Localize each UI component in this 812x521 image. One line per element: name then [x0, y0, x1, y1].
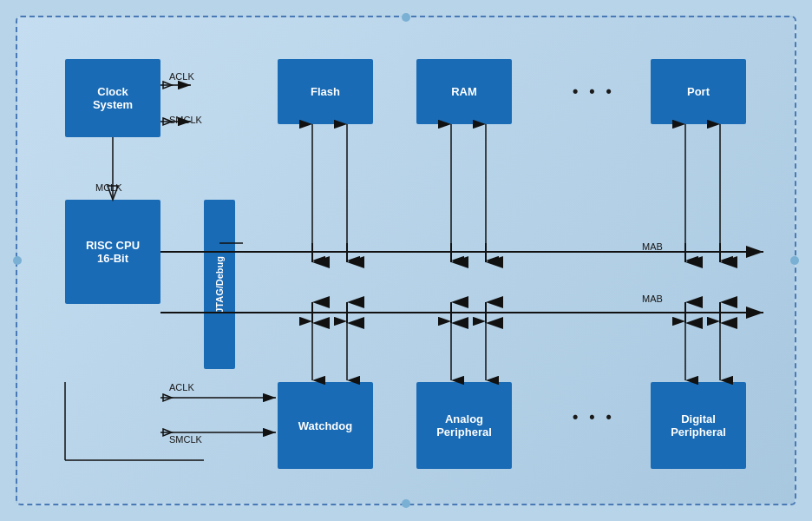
diagram-container: Clock System RISC CPU 16-Bit JTAG/Debug … — [16, 16, 796, 505]
block-cpu: RISC CPU 16-Bit — [65, 200, 160, 304]
clock-label: Clock System — [93, 85, 133, 111]
block-digital: Digital Peripheral — [651, 382, 746, 469]
dots-top: • • • — [573, 82, 615, 101]
ram-label: RAM — [451, 85, 477, 98]
digital-label: Digital Peripheral — [671, 412, 726, 439]
svg-marker-9 — [163, 82, 172, 89]
jtag-label: JTAG/Debug — [214, 256, 225, 313]
block-clock: Clock System — [65, 59, 160, 137]
dot-bottom — [402, 499, 410, 508]
block-ram: RAM — [416, 59, 512, 124]
watchdog-label: Watchdog — [298, 419, 352, 432]
block-flash: Flash — [278, 59, 373, 124]
mclk-label: MCLK — [95, 182, 122, 193]
smclk1-label: SMCLK — [169, 115, 202, 125]
dot-left — [13, 256, 22, 265]
port-label: Port — [687, 85, 710, 98]
dots-bottom: • • • — [573, 408, 615, 426]
mab2-label: MAB — [642, 293, 663, 304]
dot-top — [402, 13, 410, 22]
cpu-label: RISC CPU 16-Bit — [86, 239, 140, 265]
dot-right — [790, 256, 799, 265]
svg-marker-15 — [163, 394, 172, 401]
aclk2-label: ACLK — [169, 382, 194, 392]
mab1-label: MAB — [642, 241, 663, 252]
block-analog: Analog Peripheral — [416, 382, 512, 469]
block-port: Port — [651, 59, 746, 124]
block-watchdog: Watchdog — [278, 382, 373, 469]
aclk1-label: ACLK — [169, 71, 194, 82]
block-jtag: JTAG/Debug — [204, 200, 235, 369]
analog-label: Analog Peripheral — [436, 412, 492, 439]
smclk2-label: SMCLK — [169, 434, 202, 445]
flash-label: Flash — [311, 85, 340, 98]
